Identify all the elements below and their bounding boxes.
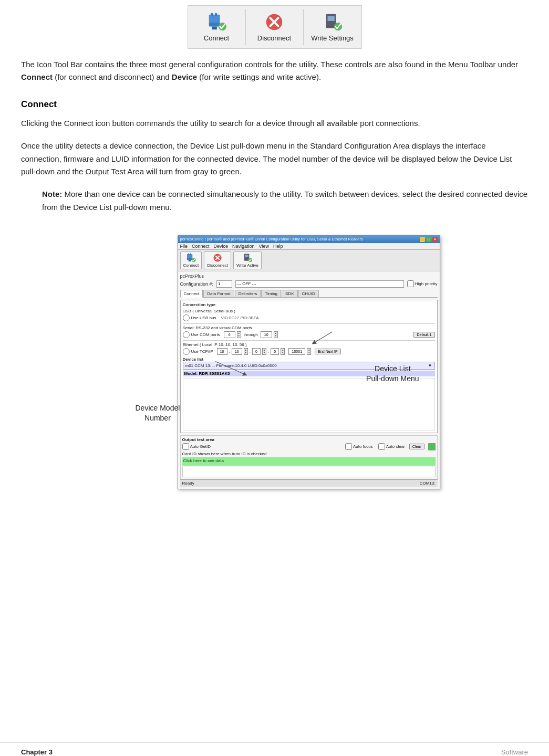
clear-btn[interactable]: Clear [409,444,424,449]
screenshot-container: Device List Pull-down Menu Device Model … [130,230,419,489]
auto-getid-check[interactable]: Auto GetID [182,443,211,450]
callout-model-line2: Number [144,414,171,422]
high-priority-check[interactable]: High priority [407,280,438,287]
device-label: pcProxPlus [180,274,204,279]
default-btn[interactable]: Default 1 [413,332,434,338]
use-usb-row: Use USB bus VID:0C27 PID:3BFA [183,314,435,321]
use-com-label: Use COM ports [191,332,220,337]
use-tcp-radio[interactable] [183,348,190,355]
intro-text-3: (for write settings and write active). [197,72,321,81]
intro-bold-device: Device [172,72,197,81]
sw-disconnect-icon [212,253,223,262]
sw-connect-label: Connect [183,263,199,268]
toolbar-box: Connect Disconnect [188,5,362,49]
ip1-input[interactable] [217,348,227,355]
serial-label: Serial: RS-232 and virtual COM ports [183,326,435,330]
sw-title-controls: _ □ ✕ [420,237,438,242]
svg-rect-14 [190,253,191,255]
intro-paragraph: The Icon Tool Bar contains the three mos… [21,58,528,83]
auto-getid-checkbox[interactable] [182,443,189,450]
use-com-radio[interactable] [183,331,190,338]
auto-getid-label: Auto GetID [190,444,211,449]
config-num-input[interactable] [216,280,232,288]
toolbar-write-btn[interactable]: Write Settings [304,9,361,45]
sw-window: pcProxConfig | pcProx® and pcProxPlus® E… [178,235,440,489]
menu-device[interactable]: Device [214,244,229,249]
output-data-area [182,467,436,477]
com-start-spinner[interactable]: ▲ ▼ [237,331,241,338]
ip3-input[interactable] [252,348,261,355]
close-btn[interactable]: ✕ [432,237,438,242]
svg-rect-13 [188,253,189,255]
toolbar-image-area: Connect Disconnect [0,5,549,49]
write-settings-icon [322,12,343,32]
right-controls: Auto focus Auto clear Clear [345,443,436,450]
use-com-row: Use COM ports ▲ ▼ through ▲ [183,331,435,338]
device-label-row: pcProxPlus [180,274,438,279]
menu-help[interactable]: Help [273,244,283,249]
click-here-bar[interactable]: Click here to see data [182,457,436,466]
off-dropdown[interactable] [235,280,404,288]
com-end-spinner[interactable]: ▲ ▼ [274,331,278,338]
sw-disconnect-btn[interactable]: Disconnect [204,251,231,269]
sw-disconnect-label: Disconnect [207,263,228,268]
end-next-btn[interactable]: End Next IP [315,349,340,354]
menu-file[interactable]: File [180,244,188,249]
sw-write-icon [242,253,253,262]
auto-focus-label: Auto focus [353,444,373,449]
high-priority-checkbox[interactable] [407,280,414,287]
ip2-input[interactable] [232,348,242,355]
sw-write-btn[interactable]: Write Active [233,251,262,269]
auto-focus-checkbox[interactable] [345,443,352,450]
menu-navigation[interactable]: Navigation [232,244,255,249]
auto-clear-check[interactable]: Auto clear [378,443,405,450]
auto-focus-check[interactable]: Auto focus [345,443,373,450]
spinner-down[interactable]: ▼ [237,334,241,338]
tab-delimiters[interactable]: Delimiters [235,290,261,297]
ethernet-section: Ethernet ( Local IP 10. 10. 10. 56 ) Use… [183,342,435,355]
connect-para2: Once the utility detects a device connec… [21,140,528,178]
page-footer: Chapter 3 Software [0,742,549,756]
ip4-input[interactable] [271,348,279,355]
card-id-label: Card ID shown here when Auto ID is check… [182,452,436,456]
svg-rect-10 [327,16,334,22]
minimize-btn[interactable]: _ [420,237,425,242]
device-list-label: Device list [183,357,435,362]
auto-clear-checkbox[interactable] [378,443,385,450]
dropdown-arrow[interactable]: ▼ [428,363,432,368]
svg-rect-22 [245,255,248,257]
menu-view[interactable]: View [259,244,269,249]
callout-device-list: Device List Pull-down Menu [366,364,419,384]
config-label: Configuration #: [180,281,214,287]
callout-device-list-line1: Device List [375,364,410,373]
tab-connect[interactable]: Connect [180,290,203,298]
svg-rect-3 [209,23,220,27]
svg-rect-16 [189,260,191,261]
tab-sdk[interactable]: SDK [282,290,297,297]
through-label: through [244,332,258,337]
tab-chuid[interactable]: CHUID [298,290,319,297]
write-settings-label: Write Settings [311,34,354,42]
use-tcp-row: Use TCP/IP . ▲ ▼ . [183,348,435,355]
port-input[interactable] [288,348,305,355]
com-start-input[interactable] [224,331,235,338]
page-wrapper: Connect Disconnect [0,5,549,756]
toolbar-disconnect-btn[interactable]: Disconnect [246,9,304,45]
status-com: COM13: [420,481,436,486]
use-usb-radio[interactable] [183,314,190,321]
menu-connect[interactable]: Connect [192,244,210,249]
sw-toolbar: Connect Disconnect [178,250,440,271]
com-end-input[interactable] [261,331,272,338]
high-priority-label: High priority [415,281,438,286]
main-content: The Icon Tool Bar contains the three mos… [0,58,549,489]
connect-note: Note: More than one device can be connec… [42,188,528,214]
tab-data-format[interactable]: Data Format [203,290,234,297]
maximize-btn[interactable]: □ [426,237,431,242]
svg-rect-15 [187,258,192,260]
toolbar-connect-btn[interactable]: Connect [188,9,246,45]
usb-label: USB ( Universal Serial Bus ) [183,309,435,313]
sw-title-bar: pcProxConfig | pcProx® and pcProxPlus® E… [178,236,440,243]
connect-section-title: Connect [21,99,528,110]
sw-connect-btn[interactable]: Connect [180,251,202,269]
tab-timing[interactable]: Timing [261,290,281,297]
